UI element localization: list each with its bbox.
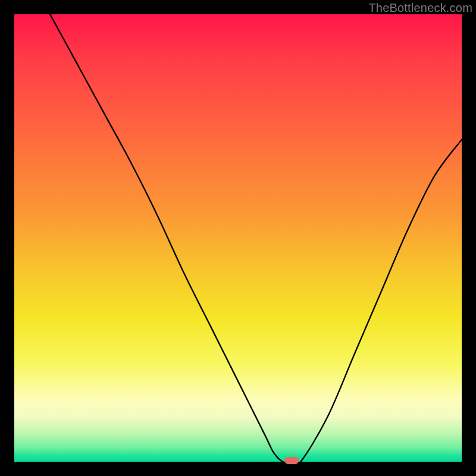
watermark-text: TheBottleneck.com xyxy=(368,1,472,15)
minimum-marker xyxy=(284,457,299,464)
bottleneck-curve xyxy=(50,14,462,465)
bottleneck-curve-svg xyxy=(14,14,462,462)
plot-area xyxy=(14,14,462,462)
chart-frame: TheBottleneck.com xyxy=(0,0,476,476)
